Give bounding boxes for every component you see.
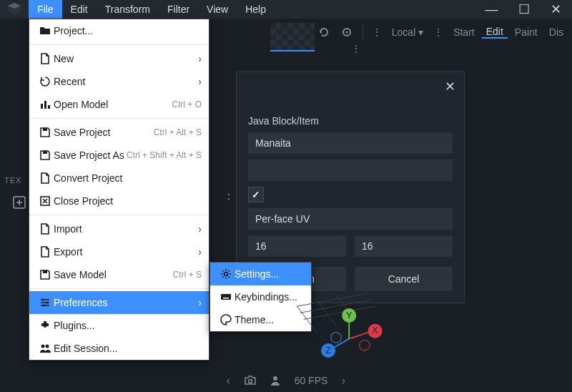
menu-item-label: Recent (54, 76, 192, 87)
menu-item-convert-project[interactable]: Convert Project (29, 167, 209, 190)
menu-item-edit-session[interactable]: Edit Session... (29, 337, 209, 360)
chevron-right-icon: › (192, 76, 202, 87)
menu-item-open-model[interactable]: Open ModelCtrl + O (29, 93, 209, 116)
menu-edit[interactable]: Edit (62, 0, 97, 19)
menu-item-preferences[interactable]: Preferences› (29, 291, 209, 314)
menu-item-save-project-as[interactable]: Save Project AsCtrl + Shift + Alt + S (29, 144, 209, 167)
transform-space[interactable]: Local ▾ (388, 26, 428, 38)
menu-item-import[interactable]: Import› (29, 217, 209, 240)
toolbar-overflow-icon[interactable]: ⋮ (351, 43, 361, 54)
svg-line-23 (317, 300, 336, 325)
tab-preview[interactable] (270, 23, 315, 52)
menu-item-shortcut: Ctrl + Alt + S (154, 127, 202, 137)
svg-rect-5 (44, 101, 46, 109)
textures-panel-label: TEX (4, 176, 21, 185)
svg-line-19 (297, 293, 368, 306)
menu-item-label: Import (54, 223, 192, 235)
svg-point-11 (41, 298, 44, 300)
chevron-right-icon: › (192, 246, 202, 258)
window-maximize[interactable]: ☐ (508, 0, 540, 19)
menu-item-shortcut: Ctrl + O (172, 99, 202, 109)
dialog-name-field[interactable]: Manaita (248, 132, 453, 154)
view-next-icon[interactable]: › (342, 375, 345, 386)
dialog-filename-field[interactable] (248, 160, 453, 181)
menu-item-save-project[interactable]: Save ProjectCtrl + Alt + S (29, 121, 209, 144)
save-icon (36, 268, 54, 281)
mode-paint[interactable]: Paint (511, 26, 542, 38)
folder-icon (36, 24, 54, 37)
menu-item-label: Preferences (54, 297, 192, 308)
svg-rect-4 (41, 104, 43, 109)
svg-line-20 (300, 300, 372, 313)
chevron-right-icon: › (192, 297, 202, 308)
menu-item-shortcut: Ctrl + S (173, 270, 202, 280)
menu-item-label: Edit Session... (54, 343, 202, 354)
dialog-uvmode-select[interactable]: Per-face UV (248, 208, 453, 230)
mode-display[interactable]: Dis (545, 26, 568, 38)
svg-rect-6 (48, 105, 50, 109)
menu-item-recent[interactable]: Recent› (29, 70, 209, 93)
dialog-texw-field[interactable]: 16 (248, 235, 346, 257)
menu-filter[interactable]: Filter (159, 0, 198, 19)
kebab-icon[interactable]: ⋮ (369, 26, 385, 38)
menu-view[interactable]: View (198, 0, 237, 19)
menu-item-label: Save Model (54, 269, 173, 280)
svg-point-13 (43, 304, 45, 306)
menu-item-new[interactable]: New› (29, 47, 209, 70)
menu-item-label: Project... (54, 25, 202, 36)
menu-item-close-project[interactable]: Close Project (29, 190, 209, 212)
fps-label: 60 FPS (295, 375, 328, 386)
menu-help[interactable]: Help (237, 0, 275, 19)
menu-item-label: Export (54, 246, 192, 258)
svg-point-37 (273, 376, 277, 381)
svg-rect-8 (43, 151, 47, 154)
menu-file[interactable]: File (29, 0, 62, 19)
chevron-right-icon: › (192, 53, 202, 64)
kebab-icon-2[interactable]: ⋮ (430, 26, 446, 38)
window-minimize[interactable]: — (475, 0, 508, 19)
svg-rect-10 (43, 270, 47, 273)
gear-icon (217, 268, 235, 280)
status-bar: ‹ 60 FPS › (0, 372, 572, 389)
svg-rect-17 (221, 294, 231, 300)
menu-item-export[interactable]: Export› (29, 240, 209, 263)
menu-item-label: New (54, 53, 192, 64)
dialog-close-button[interactable]: ✕ (440, 77, 460, 97)
dialog-boxuv-checkbox[interactable]: ✓ (248, 187, 264, 202)
window-close[interactable]: ✕ (540, 0, 572, 19)
file-icon (36, 52, 54, 65)
menubar: File Edit Transform Filter View Help — ☐… (0, 0, 572, 19)
menu-item-label: Open Model (54, 99, 172, 110)
app-logo (0, 0, 29, 19)
mode-edit[interactable]: Edit (482, 26, 508, 39)
mode-start[interactable]: Start (449, 26, 479, 38)
svg-point-36 (248, 380, 252, 383)
svg-point-15 (46, 345, 49, 348)
add-texture-icon[interactable] (11, 195, 27, 210)
menu-item-project[interactable]: Project... (29, 19, 209, 42)
dialog-texh-field[interactable]: 16 (355, 235, 453, 257)
menu-item-save-model[interactable]: Save ModelCtrl + S (29, 263, 209, 286)
chevron-right-icon: › (192, 223, 202, 235)
keyboard-icon (217, 290, 235, 303)
close-box-icon (36, 195, 54, 207)
file-icon (36, 245, 54, 258)
view-prev-icon[interactable]: ‹ (227, 375, 230, 386)
svg-point-16 (225, 273, 228, 276)
dialog-cancel-button[interactable]: Cancel (355, 267, 453, 291)
menu-item-label: Close Project (54, 195, 202, 207)
plugin-icon (36, 319, 54, 332)
rotate-icon[interactable] (314, 22, 334, 42)
menu-item-label: Settings... (235, 268, 304, 280)
dialog-parent-label-tail: : (227, 190, 230, 202)
menu-transform[interactable]: Transform (97, 0, 159, 19)
menu-item-plugins[interactable]: Plugins... (29, 314, 209, 337)
camera-icon[interactable] (245, 376, 256, 386)
target-icon[interactable] (337, 22, 357, 42)
viewport-gizmo[interactable]: X Y Z (286, 293, 386, 365)
person-icon[interactable] (270, 376, 280, 386)
svg-text:X: X (372, 325, 378, 335)
svg-point-35 (360, 340, 370, 351)
svg-rect-7 (43, 128, 47, 131)
menu-item-settings[interactable]: Settings... (210, 263, 311, 285)
